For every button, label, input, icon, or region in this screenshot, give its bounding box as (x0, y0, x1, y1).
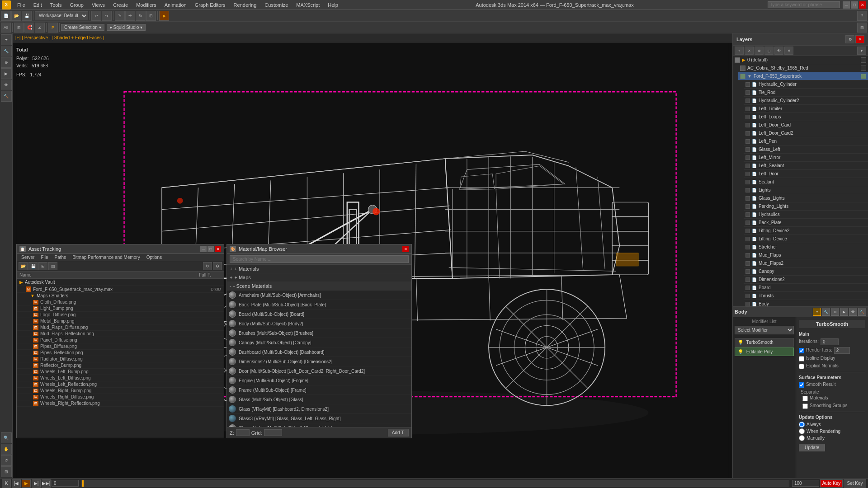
layer-item-sealant[interactable]: 📄Sealant (744, 178, 868, 186)
add-button[interactable]: Add T. (388, 429, 409, 436)
asset-file-mud_flaps_diffuse-png[interactable]: 🖼Mud_Flaps_Diffuse.png (17, 324, 224, 331)
timeline[interactable] (81, 480, 789, 487)
motion-button[interactable]: ▶ (1, 68, 12, 79)
scene-materials-section[interactable]: - - Scene Materials (227, 282, 411, 291)
pan-button[interactable]: ✋ (1, 444, 12, 455)
viewport-layout-button[interactable]: ⊞ (857, 23, 867, 33)
workspace-dropdown[interactable]: Workspace: Default (35, 11, 88, 20)
layer-item-body[interactable]: 📄Body (744, 300, 868, 306)
asset-file-wheels_right_diffuse-png[interactable]: 🖼Wheels_Right_Diffuse.png (17, 394, 224, 400)
prev-frame-button[interactable]: |◀ (12, 479, 21, 488)
end-frame-input[interactable] (792, 480, 819, 487)
mat-item-glass[interactable]: Glass (VRayMtl) [Dashboard2, Dimensions2… (227, 404, 411, 414)
asset-menu-options[interactable]: Options (144, 254, 165, 260)
last-frame-button[interactable]: ▶▶| (42, 479, 51, 488)
menu-help[interactable]: Help (324, 1, 342, 9)
create-selection-dropdown[interactable]: Create Selection ▾ (61, 24, 104, 31)
hierarchy-button[interactable]: ⊕ (1, 57, 12, 68)
maps-section[interactable]: + + Maps (227, 273, 411, 282)
modifier-editable-poly[interactable]: 💡 Editable Poly (735, 347, 794, 356)
layer-item-lifting-device[interactable]: 📄Lifting_Device (744, 235, 868, 243)
layers-close-button[interactable]: ✕ (855, 35, 864, 43)
search-input[interactable] (768, 1, 840, 8)
mat-item-back-plate[interactable]: Back_Plate (Multi/Sub-Object) [Back_Plat… (227, 300, 411, 310)
asset-file-panel_diffuse-png[interactable]: 🖼Panel_Diffuse.png (17, 337, 224, 343)
iterations-input[interactable] (821, 338, 839, 345)
menu-tools[interactable]: Tools (47, 1, 66, 9)
menu-maxscript[interactable]: MAXScript (292, 1, 323, 9)
undo-button[interactable]: ↩ (91, 11, 101, 21)
help-button[interactable]: ? (857, 11, 867, 21)
mat-item-engine[interactable]: Engine (Multi/Sub-Object) [Engine] (227, 376, 411, 385)
layer-item-left-sealant[interactable]: 📄Left_Sealant (744, 162, 868, 170)
asset-menu-paths[interactable]: Paths (52, 254, 69, 260)
update-button[interactable]: Update (799, 444, 825, 451)
modifier-turbsmooth[interactable]: 💡 TurboSmooth (735, 338, 794, 347)
layer-item-lights[interactable]: 📄Lights (744, 186, 868, 194)
modifier-dropdown[interactable]: Select Modifier (735, 326, 794, 334)
mat-item-canopy[interactable]: Canopy (Multi/Sub-Object) [Canopy] (227, 338, 411, 347)
mat-item-brushes[interactable]: Brushes (Multi/Sub-Object) [Brushes] (227, 328, 411, 338)
layer-item-default[interactable]: ▶ 0 (default) (733, 56, 868, 64)
layer-item-thrusts[interactable]: 📄Thrusts (744, 292, 868, 300)
smooth-result-check[interactable] (799, 382, 804, 388)
layer-item-left-loops[interactable]: 📄Left_Loops (744, 113, 868, 121)
mat-item-glass3[interactable]: Glass3 (VRayMtl) [Glass, Glass_Left, Gla… (227, 414, 411, 423)
select-all-button[interactable]: All (1, 23, 11, 33)
layer-item-left-pen[interactable]: 📄Left_Pen (744, 137, 868, 145)
select-button[interactable]: 🖱 (115, 11, 125, 21)
menu-file[interactable]: File (14, 1, 29, 9)
asset-file-wheels_right_reflection-png[interactable]: 🖼Wheels_Right_Reflection.png (17, 400, 224, 407)
layer-item-mud-flaps2[interactable]: 📄Mud_Flaps2 (744, 259, 868, 267)
manually-radio[interactable] (799, 435, 805, 441)
save-button[interactable]: 💾 (22, 11, 32, 21)
materials-check[interactable] (802, 396, 808, 401)
asset-tb-refresh[interactable]: ↻ (203, 262, 212, 270)
auto-key-button[interactable]: Auto Key (820, 479, 843, 488)
asset-file-light_bump-png[interactable]: 🖼Light_Bump.png (17, 305, 224, 312)
maximize-viewport-button[interactable]: ⊞ (1, 466, 12, 477)
play-button[interactable]: ▶ (22, 479, 31, 488)
next-frame-button[interactable]: ▶| (32, 479, 41, 488)
utilities-button[interactable]: 🔨 (1, 91, 12, 102)
layer-vis-ac-cobra[interactable] (861, 66, 866, 71)
layer-item-hydraulic-cylinder2[interactable]: 📄Hydraulic_Cylinder2 (744, 97, 868, 105)
layer-item-mud-flaps[interactable]: 📄Mud_Flaps (744, 251, 868, 259)
when-rendering-radio[interactable] (799, 428, 805, 434)
asset-file-wheels_right_bump-png[interactable]: 🖼Wheels_Right_Bump.png (17, 388, 224, 394)
mat-item-body[interactable]: Body (Multi/Sub-Object) [Body2] (227, 319, 411, 328)
create-panel-button[interactable]: ✦ (1, 34, 12, 45)
asset-file-radiator_diffuse-png[interactable]: 🖼Radiator_Diffuse.png (17, 356, 224, 362)
scale-button[interactable]: ⊞ (146, 11, 156, 21)
display-button[interactable]: 👁 (1, 80, 12, 90)
layer-item-lifting-device2[interactable]: 📄Lifting_Device2 (744, 227, 868, 235)
layer-item-ac-cobra[interactable]: AC_Cobra_Shelby_1965_Red (738, 64, 868, 72)
frame-input[interactable] (52, 480, 79, 487)
render-button[interactable]: ▶ (159, 11, 169, 21)
mat-item-armchairs[interactable]: Armchairs (Multi/Sub-Object) [Armchairs] (227, 291, 411, 300)
new-button[interactable]: 📄 (1, 11, 11, 21)
asset-file-cloth_diffuse-png[interactable]: 🖼Cloth_Diffuse.png (17, 299, 224, 305)
layer-item-parking-lights[interactable]: 📄Parking_Lights (744, 202, 868, 211)
mat-item-door[interactable]: Door (Multi/Sub-Object) [Left_Door_Card2… (227, 366, 411, 376)
set-key-button[interactable]: Set Key (844, 479, 866, 488)
hierarchy-icon[interactable]: ⊕ (831, 308, 839, 316)
menu-group[interactable]: Group (66, 1, 87, 9)
isoline-check[interactable] (799, 356, 804, 361)
material-close-button[interactable]: ✕ (402, 246, 409, 252)
layers-options-button[interactable]: ⚙ (845, 35, 854, 43)
layer-freeze-button[interactable]: ❄ (784, 47, 793, 55)
asset-maps-folder[interactable]: ▼ Maps / Shaders (17, 293, 224, 299)
layer-expand-button[interactable]: ▼ (857, 47, 866, 55)
menu-edit[interactable]: Edit (30, 1, 46, 9)
mat-item-glass[interactable]: Glass (Multi/Sub-Object) [Glass] (227, 395, 411, 404)
asset-minimize-button[interactable]: ─ (200, 246, 207, 252)
layer-add-object-button[interactable]: ⊕ (755, 47, 764, 55)
asset-menu-file[interactable]: File (38, 254, 51, 260)
asset-file-pipes_diffuse-png[interactable]: 🖼Pipes_Diffuse.png (17, 343, 224, 350)
menu-graph-editors[interactable]: Graph Editors (191, 1, 229, 9)
asset-maximize-button[interactable]: □ (208, 246, 214, 252)
render-iters-check[interactable] (799, 348, 804, 353)
menu-views[interactable]: Views (88, 1, 108, 9)
asset-file-reflector_bump-png[interactable]: 🖼Reflector_Bump.png (17, 362, 224, 369)
